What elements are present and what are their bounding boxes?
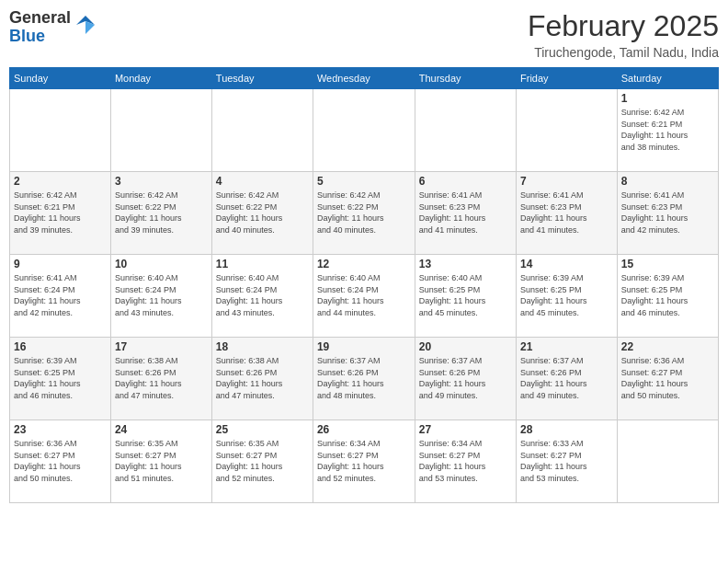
- calendar-week-0: 1Sunrise: 6:42 AMSunset: 6:21 PMDaylight…: [10, 89, 719, 172]
- day-number: 19: [317, 340, 411, 353]
- day-number: 28: [520, 423, 613, 436]
- calendar-cell: 12Sunrise: 6:40 AMSunset: 6:24 PMDayligh…: [313, 255, 415, 338]
- day-info: Sunrise: 6:38 AMSunset: 6:26 PMDaylight:…: [216, 355, 309, 401]
- calendar-header-row: SundayMondayTuesdayWednesdayThursdayFrid…: [10, 68, 719, 89]
- day-number: 9: [14, 258, 107, 270]
- calendar-cell: 13Sunrise: 6:40 AMSunset: 6:25 PMDayligh…: [415, 255, 516, 338]
- day-info: Sunrise: 6:41 AMSunset: 6:24 PMDaylight:…: [14, 272, 107, 318]
- day-number: 18: [216, 340, 309, 353]
- location: Tiruchengode, Tamil Nadu, India: [528, 45, 719, 60]
- day-info: Sunrise: 6:36 AMSunset: 6:27 PMDaylight:…: [14, 438, 107, 484]
- day-info: Sunrise: 6:42 AMSunset: 6:21 PMDaylight:…: [14, 190, 107, 236]
- day-info: Sunrise: 6:40 AMSunset: 6:24 PMDaylight:…: [216, 272, 309, 318]
- calendar-cell: 25Sunrise: 6:35 AMSunset: 6:27 PMDayligh…: [211, 420, 313, 503]
- day-number: 14: [520, 258, 613, 270]
- day-number: 17: [115, 340, 208, 353]
- month-title: February 2025: [528, 9, 719, 43]
- day-info: Sunrise: 6:42 AMSunset: 6:22 PMDaylight:…: [115, 190, 208, 236]
- day-info: Sunrise: 6:40 AMSunset: 6:24 PMDaylight:…: [115, 272, 208, 318]
- day-number: 20: [419, 340, 512, 353]
- day-number: 27: [419, 423, 512, 436]
- day-number: 8: [621, 175, 714, 188]
- day-info: Sunrise: 6:39 AMSunset: 6:25 PMDaylight:…: [621, 272, 714, 318]
- calendar-cell: 23Sunrise: 6:36 AMSunset: 6:27 PMDayligh…: [10, 420, 111, 503]
- calendar-cell: 2Sunrise: 6:42 AMSunset: 6:21 PMDaylight…: [10, 172, 111, 255]
- calendar-cell: 27Sunrise: 6:34 AMSunset: 6:27 PMDayligh…: [415, 420, 516, 503]
- calendar-cell: 4Sunrise: 6:42 AMSunset: 6:22 PMDaylight…: [211, 172, 313, 255]
- calendar-cell: 21Sunrise: 6:37 AMSunset: 6:26 PMDayligh…: [517, 338, 618, 420]
- day-number: 22: [621, 340, 714, 353]
- title-block: February 2025 Tiruchengode, Tamil Nadu, …: [528, 9, 719, 60]
- calendar-cell: 22Sunrise: 6:36 AMSunset: 6:27 PMDayligh…: [617, 338, 718, 420]
- day-info: Sunrise: 6:38 AMSunset: 6:26 PMDaylight:…: [115, 355, 208, 401]
- logo-general: General Blue: [9, 9, 71, 46]
- calendar-cell: 18Sunrise: 6:38 AMSunset: 6:26 PMDayligh…: [211, 338, 313, 420]
- day-info: Sunrise: 6:42 AMSunset: 6:22 PMDaylight:…: [317, 190, 411, 236]
- day-info: Sunrise: 6:40 AMSunset: 6:24 PMDaylight:…: [317, 272, 411, 318]
- calendar-header-saturday: Saturday: [617, 68, 718, 89]
- calendar-cell: 19Sunrise: 6:37 AMSunset: 6:26 PMDayligh…: [313, 338, 415, 420]
- day-info: Sunrise: 6:42 AMSunset: 6:22 PMDaylight:…: [216, 190, 309, 236]
- calendar-cell: 26Sunrise: 6:34 AMSunset: 6:27 PMDayligh…: [313, 420, 415, 503]
- calendar-header-tuesday: Tuesday: [211, 68, 313, 89]
- day-number: 1: [621, 92, 714, 105]
- day-info: Sunrise: 6:34 AMSunset: 6:27 PMDaylight:…: [317, 438, 411, 484]
- day-info: Sunrise: 6:39 AMSunset: 6:25 PMDaylight:…: [520, 272, 613, 318]
- calendar-cell: 17Sunrise: 6:38 AMSunset: 6:26 PMDayligh…: [110, 338, 211, 420]
- calendar-cell: 1Sunrise: 6:42 AMSunset: 6:21 PMDaylight…: [617, 89, 718, 172]
- calendar-cell: 15Sunrise: 6:39 AMSunset: 6:25 PMDayligh…: [617, 255, 718, 338]
- day-number: 5: [317, 175, 411, 188]
- calendar-cell: 10Sunrise: 6:40 AMSunset: 6:24 PMDayligh…: [110, 255, 211, 338]
- calendar-header-sunday: Sunday: [10, 68, 111, 89]
- day-number: 24: [115, 423, 208, 436]
- calendar-cell: 28Sunrise: 6:33 AMSunset: 6:27 PMDayligh…: [517, 420, 618, 503]
- logo-icon: [73, 12, 98, 38]
- calendar-header-wednesday: Wednesday: [313, 68, 415, 89]
- calendar-week-4: 23Sunrise: 6:36 AMSunset: 6:27 PMDayligh…: [10, 420, 719, 503]
- calendar-week-1: 2Sunrise: 6:42 AMSunset: 6:21 PMDaylight…: [10, 172, 719, 255]
- svg-marker-1: [85, 21, 95, 34]
- calendar-cell: 16Sunrise: 6:39 AMSunset: 6:25 PMDayligh…: [10, 338, 111, 420]
- day-number: 21: [520, 340, 613, 353]
- calendar-cell: [110, 89, 211, 172]
- day-number: 7: [520, 175, 613, 188]
- calendar-header-thursday: Thursday: [415, 68, 516, 89]
- day-info: Sunrise: 6:41 AMSunset: 6:23 PMDaylight:…: [520, 190, 613, 236]
- day-number: 2: [14, 175, 107, 188]
- day-number: 10: [115, 258, 208, 270]
- calendar-cell: 6Sunrise: 6:41 AMSunset: 6:23 PMDaylight…: [415, 172, 516, 255]
- calendar-cell: [313, 89, 415, 172]
- calendar-cell: 9Sunrise: 6:41 AMSunset: 6:24 PMDaylight…: [10, 255, 111, 338]
- day-info: Sunrise: 6:40 AMSunset: 6:25 PMDaylight:…: [419, 272, 512, 318]
- calendar-header-monday: Monday: [110, 68, 211, 89]
- day-number: 15: [621, 258, 714, 270]
- day-number: 4: [216, 175, 309, 188]
- calendar-cell: [415, 89, 516, 172]
- day-info: Sunrise: 6:35 AMSunset: 6:27 PMDaylight:…: [216, 438, 309, 484]
- day-info: Sunrise: 6:39 AMSunset: 6:25 PMDaylight:…: [14, 355, 107, 401]
- day-number: 6: [419, 175, 512, 188]
- day-info: Sunrise: 6:35 AMSunset: 6:27 PMDaylight:…: [115, 438, 208, 484]
- day-info: Sunrise: 6:41 AMSunset: 6:23 PMDaylight:…: [621, 190, 714, 236]
- calendar-cell: 3Sunrise: 6:42 AMSunset: 6:22 PMDaylight…: [110, 172, 211, 255]
- calendar-cell: 8Sunrise: 6:41 AMSunset: 6:23 PMDaylight…: [617, 172, 718, 255]
- calendar-cell: [517, 89, 618, 172]
- logo: General Blue: [9, 9, 98, 46]
- calendar-header-friday: Friday: [517, 68, 618, 89]
- calendar-cell: 11Sunrise: 6:40 AMSunset: 6:24 PMDayligh…: [211, 255, 313, 338]
- calendar-cell: 24Sunrise: 6:35 AMSunset: 6:27 PMDayligh…: [110, 420, 211, 503]
- day-number: 13: [419, 258, 512, 270]
- calendar-cell: [617, 420, 718, 503]
- day-number: 26: [317, 423, 411, 436]
- calendar: SundayMondayTuesdayWednesdayThursdayFrid…: [9, 67, 719, 503]
- day-number: 3: [115, 175, 208, 188]
- day-info: Sunrise: 6:37 AMSunset: 6:26 PMDaylight:…: [419, 355, 512, 401]
- day-number: 23: [14, 423, 107, 436]
- calendar-cell: [10, 89, 111, 172]
- day-number: 25: [216, 423, 309, 436]
- calendar-week-3: 16Sunrise: 6:39 AMSunset: 6:25 PMDayligh…: [10, 338, 719, 420]
- header: General Blue February 2025 Tiruchengode,…: [9, 9, 719, 60]
- day-info: Sunrise: 6:36 AMSunset: 6:27 PMDaylight:…: [621, 355, 714, 401]
- calendar-cell: 7Sunrise: 6:41 AMSunset: 6:23 PMDaylight…: [517, 172, 618, 255]
- calendar-cell: 20Sunrise: 6:37 AMSunset: 6:26 PMDayligh…: [415, 338, 516, 420]
